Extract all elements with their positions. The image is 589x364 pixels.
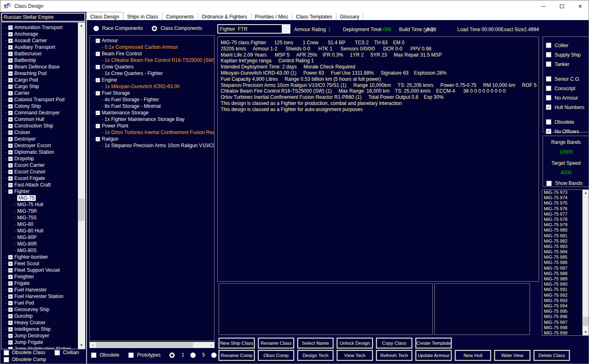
class-tree-row[interactable]: + Jump Frigate bbox=[2, 339, 85, 346]
scroll-up-icon[interactable]: ▲ bbox=[78, 23, 85, 29]
component-tree-row[interactable]: 1x Mikoyan-Gurevitch ICRD-63.00 bbox=[90, 83, 214, 90]
expand-collapse-icon[interactable]: + bbox=[8, 340, 13, 345]
expand-collapse-icon[interactable]: + bbox=[8, 183, 13, 187]
component-tree-hscrollbar[interactable]: ‹ › bbox=[89, 342, 215, 348]
class-tree-row[interactable]: + Intelligence Ship bbox=[2, 326, 85, 332]
component-tree-row[interactable]: 1x Orlov Turbines Inertial Confinement F… bbox=[90, 129, 214, 136]
action-button[interactable]: Select Name bbox=[297, 338, 333, 348]
tab[interactable]: Class Design bbox=[86, 12, 123, 20]
scroll-right-icon[interactable]: › bbox=[208, 342, 215, 348]
class-tree-row[interactable]: + Cruiser bbox=[2, 129, 85, 136]
class-tree-row[interactable]: + Freighter bbox=[2, 273, 85, 280]
expand-collapse-icon[interactable]: + bbox=[8, 124, 13, 128]
expand-collapse-icon[interactable]: + bbox=[8, 281, 13, 286]
action-button[interactable]: Unlock Design bbox=[337, 338, 373, 348]
class-tree-row[interactable]: + Colonist Transport Pod bbox=[2, 96, 85, 103]
component-tree-row[interactable]: − Armour bbox=[90, 37, 214, 44]
action-button[interactable]: Design Tech bbox=[297, 350, 333, 361]
target-speed-value[interactable]: 4000 bbox=[543, 170, 589, 175]
flag-checkbox[interactable] bbox=[546, 43, 551, 48]
class-tree-row[interactable]: + Breaching Pod bbox=[2, 70, 85, 77]
class-tree-row[interactable]: MiG-75R bbox=[2, 208, 85, 214]
show-bands-checkbox[interactable] bbox=[546, 181, 552, 186]
count-radio[interactable] bbox=[211, 353, 217, 358]
component-tree-row[interactable]: − Power Plant bbox=[90, 123, 214, 129]
expand-collapse-icon[interactable]: + bbox=[8, 150, 13, 155]
expand-collapse-icon[interactable]: + bbox=[8, 163, 13, 168]
count-radio[interactable] bbox=[190, 353, 196, 358]
class-tree-row[interactable]: MiG-80P bbox=[2, 234, 85, 241]
scrollbar-thumb[interactable] bbox=[583, 317, 589, 326]
expand-collapse-icon[interactable]: + bbox=[8, 52, 13, 56]
class-tree-row[interactable]: + Escort Carrier bbox=[2, 162, 85, 168]
class-tree-row[interactable]: + Fleet Scout bbox=[2, 260, 85, 267]
class-tree-row[interactable]: + Destroyer Escort bbox=[2, 142, 85, 149]
class-tree-row[interactable]: + Fast Attack Craft bbox=[2, 182, 85, 188]
expand-collapse-icon[interactable]: + bbox=[8, 84, 13, 89]
race-components-radio[interactable] bbox=[94, 26, 99, 31]
flag-checkbox[interactable] bbox=[546, 61, 551, 67]
scroll-left-icon[interactable]: ‹ bbox=[89, 342, 96, 348]
component-tree-row[interactable]: 0.1x Compressed Carbon Armour bbox=[90, 44, 214, 50]
minimize-button[interactable] bbox=[534, 0, 552, 12]
scroll-down-icon[interactable]: ▼ bbox=[582, 329, 589, 335]
flag-checkbox[interactable] bbox=[546, 129, 551, 134]
expand-collapse-icon[interactable]: + bbox=[8, 275, 13, 279]
hull-number-item[interactable]: MiG-75 976 bbox=[542, 206, 589, 212]
component-tree-row[interactable]: − Crew Quarters bbox=[90, 64, 214, 70]
expand-collapse-icon[interactable]: + bbox=[8, 45, 13, 50]
expand-collapse-icon[interactable]: + bbox=[8, 143, 13, 148]
action-button[interactable]: Create Template bbox=[415, 338, 452, 348]
expand-collapse-icon[interactable]: − bbox=[96, 52, 100, 56]
tab[interactable]: Priorities / Misc bbox=[251, 13, 292, 20]
action-button[interactable]: Rename Class bbox=[258, 338, 294, 348]
class-tree-row[interactable]: + Fuel Harvester Station bbox=[2, 293, 85, 300]
flag-checkbox[interactable] bbox=[546, 52, 551, 57]
class-tree-row[interactable]: + Beam Defence Base bbox=[2, 64, 85, 70]
expand-collapse-icon[interactable]: + bbox=[8, 176, 13, 181]
hull-number-item[interactable]: MiG-75 986 bbox=[542, 260, 589, 265]
hull-number-item[interactable]: MiG-75 989 bbox=[542, 276, 589, 282]
class-tree-row[interactable]: + Assault Carrier bbox=[2, 37, 85, 44]
expand-collapse-icon[interactable]: + bbox=[8, 294, 13, 299]
hull-number-item[interactable]: MiG-75 997 bbox=[542, 320, 589, 325]
hull-number-item[interactable]: MiG-75 988 bbox=[542, 271, 589, 276]
hull-number-item[interactable]: MiG-75 980 bbox=[542, 228, 589, 233]
expand-collapse-icon[interactable]: + bbox=[8, 78, 13, 82]
expand-collapse-icon[interactable]: + bbox=[8, 130, 13, 135]
component-tree-row[interactable]: 1x Fighter Maintenance Storage Bay bbox=[90, 116, 214, 123]
hull-number-item[interactable]: MiG-75 987 bbox=[542, 266, 589, 271]
class-tree-row[interactable]: + Jump Destroyer bbox=[2, 332, 85, 339]
civilian-checkbox[interactable] bbox=[55, 350, 60, 355]
expand-collapse-icon[interactable]: + bbox=[8, 268, 13, 273]
empire-select[interactable]: Russian Stellar Empire ˈˌ bbox=[1, 13, 85, 22]
tab[interactable]: Components bbox=[162, 13, 198, 20]
class-tree-row[interactable]: + Dropship bbox=[2, 155, 85, 162]
expand-collapse-icon[interactable]: + bbox=[8, 314, 13, 318]
class-tree-row[interactable]: + Battleship bbox=[2, 57, 85, 64]
action-button[interactable]: Update Armour bbox=[415, 350, 452, 361]
stat-value[interactable]: 0.068 bbox=[379, 27, 391, 32]
class-tree-row[interactable]: MiG-75 Hull bbox=[2, 201, 85, 208]
stat-value[interactable]: 00:00:00 bbox=[482, 27, 501, 32]
expand-collapse-icon[interactable]: + bbox=[8, 98, 13, 102]
component-tree-row[interactable]: − Beam Fire Control bbox=[90, 50, 214, 57]
hull-number-item[interactable]: MiG-75 973 bbox=[542, 190, 589, 195]
expand-collapse-icon[interactable]: + bbox=[8, 334, 13, 338]
count-radio[interactable] bbox=[169, 353, 175, 358]
class-tree-row[interactable]: + Fuel Harvester bbox=[2, 287, 85, 293]
action-button[interactable]: Obso Comp bbox=[258, 350, 294, 361]
tab[interactable]: Ships in Class bbox=[123, 13, 162, 20]
component-tree-row[interactable]: 1x Crew Quarters - Fighter bbox=[90, 70, 214, 77]
expand-collapse-icon[interactable]: − bbox=[96, 78, 100, 82]
hull-number-item[interactable]: MiG-75 982 bbox=[542, 239, 589, 244]
obsolete-class-checkbox[interactable] bbox=[4, 350, 9, 355]
class-tree-row[interactable]: + Gunship bbox=[2, 313, 85, 319]
tab[interactable]: Glossary bbox=[336, 13, 363, 20]
class-components-radio[interactable] bbox=[152, 26, 157, 31]
class-tree-row[interactable]: + Battlecruiser bbox=[2, 50, 85, 57]
expand-collapse-icon[interactable]: + bbox=[8, 301, 13, 305]
maximize-button[interactable] bbox=[552, 0, 571, 12]
action-button[interactable]: Refresh Tech bbox=[376, 350, 412, 361]
tab[interactable]: Class Templates bbox=[292, 13, 336, 20]
